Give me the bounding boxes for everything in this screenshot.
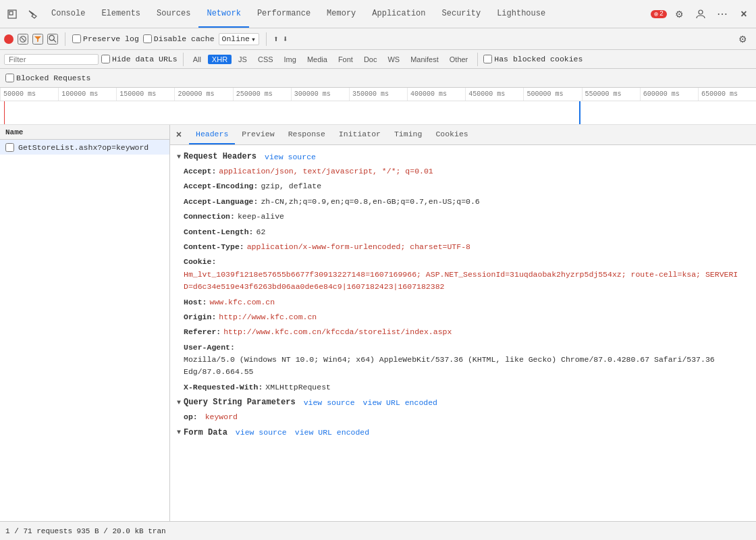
tab-elements[interactable]: Elements bbox=[93, 0, 148, 28]
status-text: 1 / 71 requests 935 B / 20.0 kB tran bbox=[5, 527, 166, 535]
error-badge: ⊗ 2 bbox=[651, 10, 667, 18]
filter-icon-button[interactable] bbox=[32, 34, 43, 45]
timeline-chart bbox=[0, 101, 756, 125]
form-data-title: Form Data bbox=[184, 428, 227, 437]
filter-toolbar: Hide data URLs All XHR JS CSS Img Media … bbox=[0, 50, 756, 69]
settings-button[interactable]: ⚙ bbox=[670, 5, 688, 24]
tick-11: 600000 ms bbox=[640, 88, 698, 101]
undock-icon[interactable] bbox=[3, 5, 22, 24]
status-bar: 1 / 71 requests 935 B / 20.0 kB tran bbox=[0, 521, 756, 540]
tab-console[interactable]: Console bbox=[43, 0, 93, 28]
header-content-length: Content-Length: 62 bbox=[170, 225, 756, 240]
tab-lighthouse[interactable]: Lighthouse bbox=[489, 0, 554, 28]
tab-headers[interactable]: Headers bbox=[189, 125, 235, 144]
inspect-icon[interactable] bbox=[23, 5, 42, 24]
has-blocked-cookies-label[interactable]: Has blocked cookies bbox=[483, 55, 583, 63]
filter-type-js[interactable]: JS bbox=[234, 55, 251, 64]
request-headers-section[interactable]: ▼ Request Headers view source bbox=[170, 149, 756, 164]
filter-type-xhr[interactable]: XHR bbox=[208, 55, 232, 64]
query-string-section[interactable]: ▼ Query String Parameters view source vi… bbox=[170, 395, 756, 410]
tick-0: 50000 ms bbox=[0, 88, 58, 101]
svg-rect-1 bbox=[9, 11, 13, 15]
qs-view-url-encoded-link[interactable]: view URL encoded bbox=[363, 398, 437, 407]
header-connection: Connection: keep-alive bbox=[170, 209, 756, 224]
tab-sources[interactable]: Sources bbox=[148, 0, 198, 28]
filter-type-doc[interactable]: Doc bbox=[360, 55, 381, 64]
form-view-source-link[interactable]: view source bbox=[236, 428, 287, 437]
tab-application[interactable]: Application bbox=[364, 0, 433, 28]
request-checkbox-0[interactable] bbox=[5, 143, 14, 152]
request-name-0: GetStoreList.ashx?op=keyword bbox=[18, 143, 148, 152]
disable-cache-checkbox[interactable] bbox=[143, 34, 152, 43]
tick-6: 350000 ms bbox=[349, 88, 407, 101]
filter-type-img[interactable]: Img bbox=[280, 55, 300, 64]
more-button[interactable]: ⋯ bbox=[713, 5, 732, 24]
filter-type-ws[interactable]: WS bbox=[383, 55, 404, 64]
filter-type-all[interactable]: All bbox=[189, 55, 205, 64]
details-tabs: × Headers Preview Response Initiator Tim… bbox=[170, 125, 756, 145]
svg-line-4 bbox=[21, 37, 24, 40]
header-origin: Origin: http://www.kfc.com.cn bbox=[170, 310, 756, 325]
request-item-0[interactable]: GetStoreList.ashx?op=keyword bbox=[0, 140, 169, 155]
header-accept-language: Accept-Language: zh-CN,zh;q=0.9,en;q=0.8… bbox=[170, 194, 756, 209]
throttle-select[interactable]: Online ▾ bbox=[219, 33, 259, 45]
query-string-arrow: ▼ bbox=[177, 399, 181, 406]
filter-input[interactable] bbox=[4, 54, 99, 65]
tick-5: 300000 ms bbox=[291, 88, 349, 101]
details-content: ▼ Request Headers view source Accept: ap… bbox=[170, 145, 756, 540]
header-host: Host: www.kfc.com.cn bbox=[170, 295, 756, 310]
close-devtools-button[interactable]: × bbox=[734, 5, 753, 24]
user-icon[interactable] bbox=[691, 5, 710, 24]
filter-type-font[interactable]: Font bbox=[334, 55, 357, 64]
blocked-requests-checkbox[interactable] bbox=[5, 74, 14, 82]
tick-7: 400000 ms bbox=[407, 88, 465, 101]
tab-cookies[interactable]: Cookies bbox=[429, 125, 475, 144]
tab-initiator[interactable]: Initiator bbox=[332, 125, 387, 144]
hide-data-urls-label[interactable]: Hide data URLs bbox=[101, 55, 178, 63]
filter-type-manifest[interactable]: Manifest bbox=[406, 55, 443, 64]
hide-data-urls-checkbox[interactable] bbox=[101, 55, 110, 63]
disable-cache-label[interactable]: Disable cache bbox=[143, 34, 215, 43]
tick-10: 550000 ms bbox=[582, 88, 640, 101]
header-cookie: Cookie: Hm_lvt_1039f1218e57655b6677f3091… bbox=[170, 254, 756, 294]
blocked-requests-row: Blocked Requests bbox=[0, 69, 756, 88]
tab-preview[interactable]: Preview bbox=[235, 125, 281, 144]
header-accept: Accept: application/json, text/javascrip… bbox=[170, 164, 756, 179]
record-button[interactable] bbox=[4, 34, 14, 44]
blocked-requests-label[interactable]: Blocked Requests bbox=[5, 74, 90, 82]
details-panel: × Headers Preview Response Initiator Tim… bbox=[170, 125, 756, 540]
upload-button[interactable]: ⬆ bbox=[273, 34, 279, 45]
network-settings-button[interactable]: ⚙ bbox=[733, 30, 752, 49]
tick-12: 650000 ms bbox=[698, 88, 756, 101]
search-button[interactable] bbox=[47, 34, 58, 45]
download-button[interactable]: ⬇ bbox=[283, 34, 288, 45]
form-data-arrow: ▼ bbox=[177, 429, 181, 436]
tab-performance[interactable]: Performance bbox=[249, 0, 319, 28]
tab-security[interactable]: Security bbox=[434, 0, 489, 28]
filter-type-other[interactable]: Other bbox=[446, 55, 473, 64]
form-view-url-encoded-link[interactable]: view URL encoded bbox=[295, 428, 369, 437]
tab-response[interactable]: Response bbox=[281, 125, 332, 144]
view-source-link[interactable]: view source bbox=[265, 153, 316, 161]
preserve-log-checkbox[interactable] bbox=[72, 34, 81, 43]
tick-2: 150000 ms bbox=[116, 88, 174, 101]
error-icon: ⊗ bbox=[654, 10, 658, 18]
filter-type-css[interactable]: CSS bbox=[254, 55, 277, 64]
main-area: Name GetStoreList.ashx?op=keyword × Head… bbox=[0, 125, 756, 540]
preserve-log-label[interactable]: Preserve log bbox=[72, 34, 139, 43]
tab-timing[interactable]: Timing bbox=[387, 125, 429, 144]
timeline-ticks: 50000 ms 100000 ms 150000 ms 200000 ms 2… bbox=[0, 88, 756, 101]
clear-button[interactable] bbox=[18, 34, 28, 45]
header-referer: Referer: http://www.kfc.com.cn/kfccda/st… bbox=[170, 325, 756, 340]
form-data-section[interactable]: ▼ Form Data view source view URL encoded bbox=[170, 425, 756, 440]
tab-network[interactable]: Network bbox=[198, 0, 248, 28]
svg-line-6 bbox=[53, 40, 56, 43]
tick-9: 500000 ms bbox=[523, 88, 581, 101]
qs-view-source-link[interactable]: view source bbox=[304, 398, 355, 407]
filter-type-media[interactable]: Media bbox=[303, 55, 331, 64]
request-list-header: Name bbox=[0, 125, 169, 140]
close-panel-button[interactable]: × bbox=[173, 129, 185, 141]
tab-memory[interactable]: Memory bbox=[319, 0, 364, 28]
has-blocked-cookies-checkbox[interactable] bbox=[483, 55, 492, 63]
devtools-tabbar: Console Elements Sources Network Perform… bbox=[0, 0, 756, 28]
